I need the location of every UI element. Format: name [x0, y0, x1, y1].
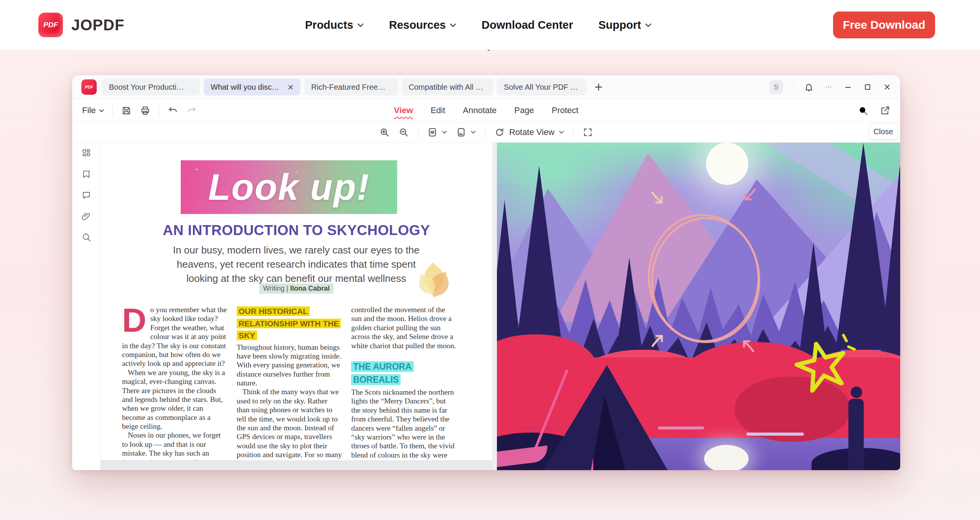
chevron-down-icon[interactable] [471, 130, 476, 134]
moon-reflection [704, 445, 749, 470]
byline-prefix: Writing | [263, 285, 290, 292]
ribbon-tab-view[interactable]: View [394, 105, 413, 115]
ribbon-tab-annotate[interactable]: Annotate [463, 105, 497, 115]
free-download-button[interactable]: Free Download [833, 12, 935, 38]
tab-label: Boost Your Productive wi... [109, 83, 184, 92]
pdf-app-window: PDF Boost Your Productive wi... What wil… [72, 75, 900, 470]
logo-text: JOPDF [71, 16, 124, 34]
rotate-view-label: Rotate View [509, 127, 554, 137]
rotate-view-control[interactable]: Rotate View [495, 127, 564, 137]
tab-label: What will you discove... [211, 83, 282, 92]
tab-rich-featured[interactable]: Rich-Featured Free PDF E... [304, 79, 398, 95]
file-menu[interactable]: File [82, 105, 104, 115]
divider [418, 127, 418, 138]
pdf-page-right-illustration [497, 143, 900, 470]
maximize-icon[interactable] [863, 82, 872, 92]
paragraph: The Scots nicknamed the northern lights … [351, 388, 457, 460]
paragraph: Throughout history, human beings have be… [237, 343, 342, 388]
page-bottom-strip [101, 460, 492, 470]
tab-boost-productive[interactable]: Boost Your Productive wi... [102, 79, 200, 95]
chevron-down-icon [450, 23, 456, 27]
notification-bell-icon[interactable] [804, 82, 813, 92]
tab-solve-pdf-problems[interactable]: Solve All Your PDF Proble... [497, 79, 587, 95]
article-subtitle: AN INTRODUCTION TO SKYCHOLOGY [101, 222, 492, 239]
site-header: PDF JOPDF Products Resources Download Ce… [0, 0, 980, 50]
document-area: Look up! AN INTRODUCTION TO SKYCHOLOGY I… [72, 143, 900, 470]
tabs: Boost Your Productive wi... What will yo… [102, 79, 604, 95]
nav-item-support[interactable]: Support [598, 19, 651, 31]
thumbnails-icon[interactable] [81, 148, 91, 158]
tab-close-icon[interactable] [288, 84, 294, 90]
zoom-in-icon[interactable] [379, 127, 389, 137]
ribbon-tab-edit[interactable]: Edit [431, 105, 445, 115]
divider [485, 127, 485, 138]
actual-size-icon[interactable] [427, 127, 437, 137]
chevron-down-icon[interactable] [442, 130, 447, 134]
water-reflection [658, 426, 704, 429]
search-icon[interactable] [858, 105, 868, 116]
minimize-icon[interactable] [843, 82, 853, 92]
pdf-logo-icon: PDF [38, 13, 63, 37]
ribbon-tab-page[interactable]: Page [514, 105, 534, 115]
search-pages-icon[interactable] [81, 232, 91, 242]
toolbar-right-group [858, 99, 890, 122]
annotation-arrow[interactable] [648, 189, 666, 207]
leaf-decoration [416, 265, 453, 300]
chevron-down-icon [99, 109, 104, 113]
intro-line: heavens, yet recent research indicates t… [162, 257, 431, 272]
ribbon-tab-protect[interactable]: Protect [552, 105, 579, 115]
highlighted-heading-yellow: OUR HISTORICAL RELATIONSHIP WITH THE SKY [237, 306, 341, 340]
more-menu-icon[interactable] [824, 82, 833, 92]
side-panel [72, 143, 101, 470]
article-intro: In our busy, modern lives, we rarely cas… [162, 243, 431, 286]
article-title: Look up! [208, 166, 370, 208]
fullscreen-icon[interactable] [583, 127, 593, 137]
ribbon-tabs: View Edit Annotate Page Protect [394, 99, 579, 122]
zoom-out-icon[interactable] [399, 127, 409, 137]
annotation-arrow[interactable] [741, 186, 759, 204]
new-tab-icon[interactable] [594, 82, 604, 92]
redo-icon[interactable] [186, 105, 197, 116]
intro-line: In our busy, modern lives, we rarely cas… [162, 243, 431, 257]
paragraph: Think of the many ways that we used to r… [237, 387, 342, 460]
nav-item-resources[interactable]: Resources [389, 19, 456, 31]
column-3: controlled the movement of the sun and t… [351, 305, 457, 460]
tab-count-badge[interactable]: 5 [769, 80, 783, 94]
nav-label: Products [305, 19, 353, 31]
close-view-button[interactable]: Close [869, 123, 898, 140]
water-reflection [746, 433, 804, 436]
comment-icon[interactable] [81, 190, 91, 200]
logo[interactable]: PDF JOPDF [38, 13, 124, 37]
rotate-icon [495, 127, 505, 137]
highlighted-heading-cyan: THE AURORA BOREALIS [351, 361, 413, 385]
bookmark-icon[interactable] [81, 169, 91, 179]
tab-what-will-you-discover[interactable]: What will you discove... [204, 79, 300, 95]
attachment-icon[interactable] [81, 211, 91, 221]
moon [706, 143, 748, 185]
divider [794, 82, 794, 92]
nav-label: Download Center [482, 19, 573, 31]
paragraph: When we are young, the sky is a magical,… [122, 368, 228, 431]
annotation-arrow[interactable] [649, 331, 667, 349]
nav-item-download-center[interactable]: Download Center [482, 19, 573, 31]
tab-compatible-desktop[interactable]: Compatible with All Desk... [402, 79, 493, 95]
save-icon[interactable] [121, 105, 132, 116]
person-silhouette-head [851, 387, 862, 398]
chevron-down-icon [645, 23, 652, 27]
zoom-controls: Rotate View [379, 122, 593, 142]
share-export-icon[interactable] [880, 105, 890, 116]
nav-item-products[interactable]: Products [305, 19, 364, 31]
tab-label: Rich-Featured Free PDF E... [311, 83, 386, 92]
divider [573, 127, 574, 138]
page-layout-icon[interactable] [456, 127, 466, 137]
divider [112, 105, 113, 116]
annotation-arrow[interactable] [739, 337, 757, 354]
close-window-icon[interactable] [883, 82, 892, 92]
nav-label: Support [598, 19, 641, 31]
window-controls: 5 [769, 79, 892, 95]
pdf-page-left: Look up! AN INTRODUCTION TO SKYCHOLOGY I… [101, 143, 492, 460]
undo-icon[interactable] [168, 105, 178, 116]
byline-author: Ilona Cabral [290, 285, 330, 292]
print-icon[interactable] [140, 105, 150, 116]
tab-label: Solve All Your PDF Proble... [504, 83, 579, 92]
